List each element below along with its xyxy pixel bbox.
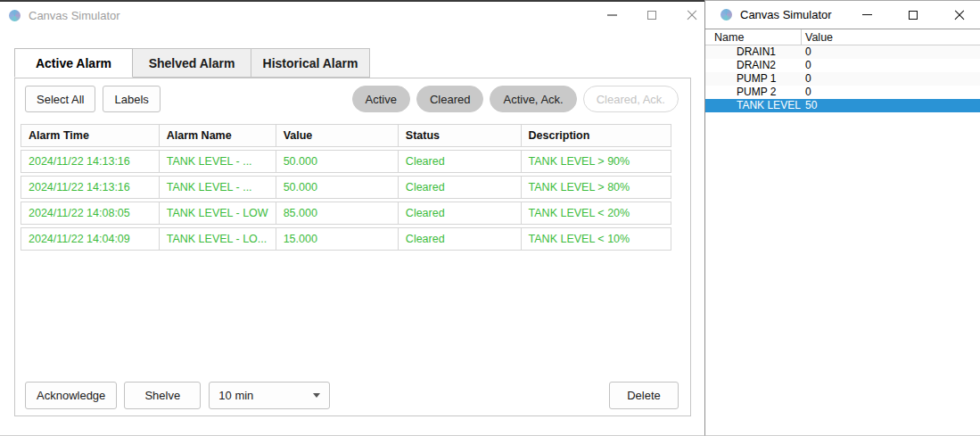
shelve-duration-select[interactable]: 10 min <box>209 382 330 409</box>
tag-table: DRAIN1 0 DRAIN2 0 PUMP 1 0 PUMP 2 0 TANK… <box>705 45 980 112</box>
alarm-time-cell: 2024/11/22 14:04:09 <box>21 227 160 251</box>
tab-active-alarm[interactable]: Active Alarm <box>14 48 133 78</box>
close-button[interactable] <box>686 9 698 21</box>
column-header-value[interactable]: Value <box>802 31 833 44</box>
main-window: Canvas Simulator Active Alarm Shelved Al… <box>0 0 704 436</box>
alarm-row[interactable]: 2024/11/22 14:04:09 TANK LEVEL - LO... 1… <box>21 227 671 251</box>
alarm-value-cell: 85.000 <box>276 202 399 225</box>
app-icon <box>9 10 21 21</box>
tag-row-selected[interactable]: TANK LEVEL 50 <box>705 99 980 112</box>
minimize-button[interactable] <box>605 9 618 21</box>
tag-value-cell: 50 <box>802 99 817 112</box>
column-header-description: Description <box>522 124 671 147</box>
alarm-footer: Acknowledge Shelve 10 min Delete <box>25 382 679 409</box>
alarm-name-cell: TANK LEVEL - LO... <box>160 227 276 251</box>
filter-cleared-button[interactable]: Cleared <box>416 86 484 112</box>
title-bar: Canvas Simulator <box>0 2 704 29</box>
column-header-value: Value <box>276 124 399 147</box>
alarm-description-cell: TANK LEVEL > 80% <box>522 176 671 199</box>
minimize-button[interactable] <box>861 9 873 21</box>
tag-row[interactable]: PUMP 1 0 <box>705 72 980 86</box>
alarm-status-cell: Cleared <box>399 150 522 173</box>
maximize-button[interactable] <box>646 9 658 21</box>
maximize-icon <box>909 11 918 20</box>
acknowledge-button[interactable]: Acknowledge <box>25 382 117 409</box>
alarm-time-cell: 2024/11/22 14:13:16 <box>21 176 160 199</box>
alarm-description-cell: TANK LEVEL < 10% <box>522 227 671 251</box>
alarm-value-cell: 50.000 <box>276 150 399 173</box>
tab-shelved-alarm[interactable]: Shelved Alarm <box>133 48 251 78</box>
minimize-icon <box>607 14 617 16</box>
alarm-row[interactable]: 2024/11/22 14:13:16 TANK LEVEL - ... 50.… <box>21 176 671 199</box>
minimize-icon <box>862 14 872 16</box>
column-header-name[interactable]: Name <box>705 29 802 45</box>
maximize-button[interactable] <box>907 9 919 21</box>
alarm-status-cell: Cleared <box>399 176 522 199</box>
alarm-toolbar: Select All Labels Active Cleared Active,… <box>25 86 679 112</box>
tag-window: Canvas Simulator Name Value DRAIN1 0 DRA… <box>704 0 980 436</box>
filter-active-ack-button[interactable]: Active, Ack. <box>490 86 576 112</box>
tab-historical-alarm[interactable]: Historical Alarm <box>251 48 370 78</box>
tag-value-cell: 0 <box>802 86 811 99</box>
delete-button[interactable]: Delete <box>609 382 679 409</box>
close-icon <box>687 10 698 21</box>
column-header-alarm-time: Alarm Time <box>21 124 160 147</box>
filter-pills: Active Cleared Active, Ack. Cleared, Ack… <box>346 86 679 112</box>
alarm-name-cell: TANK LEVEL - ... <box>160 150 276 173</box>
filter-active-button[interactable]: Active <box>352 86 410 112</box>
alarm-row[interactable]: 2024/11/22 14:13:16 TANK LEVEL - ... 50.… <box>21 150 671 173</box>
tag-row[interactable]: DRAIN2 0 <box>705 59 980 72</box>
tag-name-cell: PUMP 1 <box>705 72 802 86</box>
tag-value-cell: 0 <box>802 72 811 86</box>
chevron-down-icon <box>313 393 320 398</box>
alarm-name-cell: TANK LEVEL - LOW <box>160 202 276 225</box>
alarm-value-cell: 50.000 <box>276 176 399 199</box>
tag-name-cell: DRAIN1 <box>705 45 802 59</box>
shelve-duration-value: 10 min <box>218 389 253 402</box>
close-button[interactable] <box>953 9 966 21</box>
tag-row[interactable]: DRAIN1 0 <box>705 45 980 59</box>
alarm-status-cell: Cleared <box>399 227 522 251</box>
close-icon <box>954 9 966 21</box>
alarm-value-cell: 15.000 <box>276 227 399 251</box>
tab-bar: Active Alarm Shelved Alarm Historical Al… <box>14 48 691 78</box>
window-title: Canvas Simulator <box>29 9 120 22</box>
alarm-status-cell: Cleared <box>399 202 522 225</box>
tag-table-header: Name Value <box>705 29 980 45</box>
table-empty-area <box>15 253 690 382</box>
alarm-table: Alarm Time Alarm Name Value Status Descr… <box>21 121 671 253</box>
tag-name-cell: TANK LEVEL <box>705 99 802 112</box>
window-controls <box>861 9 980 21</box>
select-all-button[interactable]: Select All <box>25 86 95 112</box>
title-bar: Canvas Simulator <box>705 1 980 29</box>
app-icon <box>721 9 732 21</box>
window-controls <box>605 9 704 21</box>
alarm-description-cell: TANK LEVEL > 90% <box>522 150 671 173</box>
alarm-name-cell: TANK LEVEL - ... <box>160 176 276 199</box>
maximize-icon <box>647 11 656 20</box>
shelve-button[interactable]: Shelve <box>124 382 201 409</box>
alarm-time-cell: 2024/11/22 14:08:05 <box>21 202 160 225</box>
tag-value-cell: 0 <box>802 45 811 59</box>
labels-button[interactable]: Labels <box>103 86 160 112</box>
alarm-time-cell: 2024/11/22 14:13:16 <box>21 150 160 173</box>
tag-name-cell: DRAIN2 <box>705 59 802 72</box>
tag-name-cell: PUMP 2 <box>705 86 802 99</box>
alarm-table-header-row: Alarm Time Alarm Name Value Status Descr… <box>21 124 671 147</box>
tag-row[interactable]: PUMP 2 0 <box>705 86 980 99</box>
alarm-row[interactable]: 2024/11/22 14:08:05 TANK LEVEL - LOW 85.… <box>21 202 671 225</box>
tag-value-cell: 0 <box>802 59 811 72</box>
active-alarm-panel: Select All Labels Active Cleared Active,… <box>14 78 691 416</box>
column-header-alarm-name: Alarm Name <box>160 124 276 147</box>
filter-cleared-ack-button[interactable]: Cleared, Ack. <box>583 86 679 112</box>
column-header-status: Status <box>399 124 522 147</box>
window-title: Canvas Simulator <box>740 8 832 21</box>
alarm-description-cell: TANK LEVEL < 20% <box>522 202 671 225</box>
